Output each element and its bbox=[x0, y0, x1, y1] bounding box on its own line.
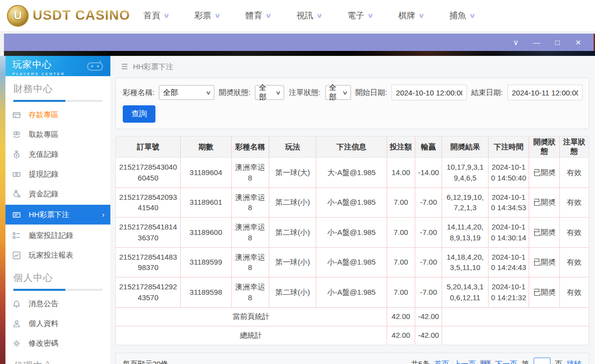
cell-period: 31189604 bbox=[181, 158, 231, 188]
cell-bet-amount: 7.00 bbox=[387, 277, 415, 308]
sidebar-section-finance: 財務中心 bbox=[5, 76, 110, 102]
query-button[interactable]: 查詢 bbox=[123, 105, 155, 123]
site-logo[interactable]: U USDT CASINO bbox=[7, 5, 131, 27]
room-record-icon bbox=[12, 231, 21, 240]
sidebar-item-room-bet-record[interactable]: 廳室投註記錄 bbox=[5, 226, 110, 245]
total-count-text: 共5条 bbox=[411, 360, 430, 364]
sidebar-item-announcements[interactable]: 消息公告 bbox=[5, 294, 110, 314]
sidebar-item-label: 個人資料 bbox=[29, 319, 58, 328]
person-icon bbox=[12, 319, 21, 328]
recharge-bag-icon bbox=[12, 150, 21, 159]
nav-item-chess[interactable]: 棋牌∨ bbox=[386, 10, 437, 21]
draw-status-select[interactable]: 全部 ∨ bbox=[255, 85, 284, 100]
sidebar-item-withdrawal-record[interactable]: 提現記錄 bbox=[5, 164, 110, 184]
nav-item-electronic[interactable]: 電子∨ bbox=[335, 10, 386, 21]
select-value: 全部 bbox=[163, 88, 178, 97]
sidebar-item-recharge-record[interactable]: 充值記錄 bbox=[5, 144, 110, 164]
sidebar-item-hh-lottery-bet[interactable]: HH彩票下注 › bbox=[5, 205, 110, 225]
end-date-input[interactable] bbox=[507, 85, 583, 100]
cell-bet-info: 大-A盤@1.985 bbox=[316, 158, 387, 188]
cell-order-status: 有效 bbox=[560, 158, 589, 188]
jump-action-link[interactable]: 跳转 bbox=[567, 360, 582, 364]
draw-status-label: 開奬狀態: bbox=[219, 88, 250, 97]
window-collapse-button[interactable]: ∨ bbox=[512, 39, 520, 46]
section-title: 財務中心 bbox=[13, 83, 102, 95]
chevron-down-icon: ∨ bbox=[163, 12, 170, 19]
cell-bet-time: 2024-10-10 14:21:32 bbox=[488, 277, 529, 308]
cell-draw-status: 已開奬 bbox=[529, 158, 560, 188]
sidebar-item-label: 玩家投注報表 bbox=[29, 251, 73, 260]
next-page-link[interactable]: 下一页 bbox=[495, 360, 517, 364]
nav-label: 首頁 bbox=[144, 10, 160, 21]
background-banner bbox=[4, 51, 595, 56]
nav-item-video[interactable]: 視訊∨ bbox=[284, 10, 335, 21]
lottery-name-select[interactable]: 全部 ∨ bbox=[159, 85, 214, 100]
cell-order-status: 有效 bbox=[560, 187, 589, 218]
report-chart-icon bbox=[12, 251, 21, 260]
col-order-id: 訂單號 bbox=[116, 136, 181, 158]
gear-icon bbox=[12, 339, 21, 348]
first-page-link[interactable]: 首页 bbox=[434, 360, 449, 364]
summary-bet-amount: 42.00 bbox=[387, 307, 415, 326]
cell-lottery: 澳洲幸运8 bbox=[231, 277, 269, 308]
order-status-select[interactable]: 全部 ∨ bbox=[325, 85, 351, 100]
summary-win-loss: -42.00 bbox=[415, 326, 442, 345]
page-summary-row: 當前頁統計 42.00 -42.00 bbox=[116, 307, 589, 326]
window-maximize-button[interactable]: □ bbox=[553, 39, 561, 46]
window-close-button[interactable]: × bbox=[574, 38, 582, 47]
chevron-down-icon: ∨ bbox=[469, 12, 476, 19]
sidebar-item-player-bet-report[interactable]: 玩家投注報表 bbox=[5, 245, 110, 265]
col-play: 玩法 bbox=[269, 136, 316, 158]
section-rule bbox=[13, 100, 102, 102]
pager: 共5条 首页 上一页 [1] 下一页 第 页 跳转 bbox=[411, 358, 582, 364]
sidebar-item-funds-record[interactable]: 資金記錄 bbox=[5, 184, 110, 204]
cell-play: 第二球(小) bbox=[269, 218, 316, 248]
prev-page-link[interactable]: 上一页 bbox=[453, 360, 476, 364]
cell-bet-amount: 7.00 bbox=[387, 247, 415, 277]
cell-period: 31189598 bbox=[181, 277, 231, 308]
start-date-label: 開始日期: bbox=[355, 88, 387, 97]
nav-label: 捕魚 bbox=[449, 10, 466, 21]
end-date-label: 結束日期: bbox=[471, 88, 503, 97]
sidebar-item-deposit[interactable]: 存款專區 bbox=[5, 105, 110, 125]
cell-bet-amount: 7.00 bbox=[387, 187, 415, 218]
page-title: HH彩票下注 bbox=[133, 62, 173, 72]
chevron-down-icon: ∨ bbox=[342, 90, 348, 96]
cell-win-loss: -14.00 bbox=[415, 158, 442, 188]
logo-ball-icon: U bbox=[7, 5, 29, 27]
chevron-right-icon: › bbox=[102, 211, 104, 219]
sidebar-item-label: 取款專區 bbox=[29, 130, 58, 139]
cell-win-loss: -7.00 bbox=[415, 187, 442, 218]
sidebar-item-change-password[interactable]: 修改密碼 bbox=[5, 333, 110, 353]
menu-icon[interactable]: ☰ bbox=[121, 62, 128, 71]
bets-table: 訂單號 期數 彩種名稱 玩法 下注信息 投注額 輸贏 開奬結果 下注時間 開奬狀… bbox=[116, 136, 589, 345]
sidebar-item-label: 提現記錄 bbox=[29, 170, 58, 179]
jump-prefix-text: 第 bbox=[522, 360, 529, 364]
cell-order-id: 2152172854129243570 bbox=[116, 277, 181, 308]
table-row: 2152172854129243570 31189598 澳洲幸运8 第二球(小… bbox=[116, 277, 589, 308]
cell-win-loss: -7.00 bbox=[415, 218, 442, 248]
col-bet-info: 下注信息 bbox=[316, 136, 387, 158]
sidebar-section-personal: 個人中心 bbox=[5, 265, 110, 291]
sidebar-item-withdraw[interactable]: 取款專區 bbox=[5, 125, 110, 144]
nav-item-home[interactable]: 首頁∨ bbox=[131, 10, 182, 21]
cell-play: 第一球(大) bbox=[269, 158, 316, 188]
sidebar-item-profile[interactable]: 個人資料 bbox=[5, 314, 110, 333]
cell-win-loss: -7.00 bbox=[415, 247, 442, 277]
chevron-down-icon: ∨ bbox=[265, 12, 272, 19]
summary-empty bbox=[442, 326, 589, 345]
cell-bet-info: 小-A盤@1.985 bbox=[316, 218, 387, 248]
chevron-down-icon: ∨ bbox=[214, 12, 221, 19]
bell-icon bbox=[12, 300, 21, 308]
nav-item-fishing[interactable]: 捕魚∨ bbox=[437, 10, 488, 21]
window-minimize-button[interactable]: — bbox=[533, 39, 541, 46]
cell-draw-result: 14,11,4,20,8,9,13,19 bbox=[442, 218, 489, 248]
start-date-input[interactable] bbox=[392, 85, 467, 100]
nav-item-sports[interactable]: 體育∨ bbox=[233, 10, 284, 21]
page-jump-input[interactable] bbox=[534, 358, 550, 364]
summary-empty bbox=[442, 307, 589, 326]
sidebar-item-label: 充值記錄 bbox=[29, 150, 58, 159]
sidebar: 玩家中心 PLAYERS CENTER 財務中心 存款專區 取款專區 充值記錄 bbox=[5, 56, 110, 364]
nav-item-lottery[interactable]: 彩票∨ bbox=[182, 10, 233, 21]
deposit-card-icon bbox=[12, 111, 21, 119]
